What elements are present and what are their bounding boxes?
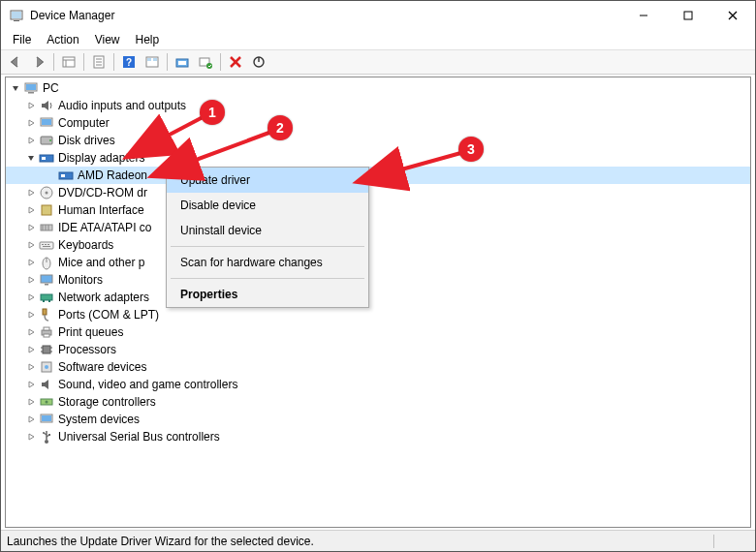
chevron-right-icon[interactable] — [25, 204, 37, 216]
toolbar-sep — [220, 53, 221, 71]
svg-rect-36 — [61, 174, 65, 177]
context-menu-scan-changes[interactable]: Scan for hardware changes — [167, 250, 368, 275]
svg-rect-51 — [41, 275, 52, 283]
tree-node[interactable]: Mice and other p — [6, 254, 750, 271]
tree-node[interactable]: Universal Serial Bus controllers — [6, 428, 750, 445]
tree-node[interactable]: Storage controllers — [6, 393, 750, 411]
tree-node[interactable]: Audio inputs and outputs — [6, 97, 750, 114]
chevron-down-icon[interactable] — [25, 152, 37, 164]
tree-node[interactable]: Monitors — [6, 271, 750, 289]
svg-rect-52 — [45, 284, 48, 286]
svg-rect-46 — [45, 244, 47, 245]
menu-file[interactable]: File — [5, 31, 39, 48]
forward-button[interactable] — [28, 51, 49, 73]
tree-root[interactable]: PC — [6, 79, 750, 97]
tree-node[interactable]: System devices — [6, 411, 750, 428]
statusbar-sep — [713, 535, 714, 548]
computer-icon — [39, 115, 54, 131]
context-menu-uninstall-device[interactable]: Uninstall device — [167, 218, 368, 243]
tree-node[interactable]: Disk drives — [6, 132, 750, 149]
svg-rect-47 — [47, 244, 49, 245]
view-mode-button[interactable] — [142, 51, 163, 73]
svg-rect-17 — [147, 58, 151, 61]
disk-icon — [39, 133, 54, 148]
computer-icon — [23, 80, 39, 96]
tree-node[interactable]: Sound, video and game controllers — [6, 376, 750, 393]
svg-rect-1 — [14, 20, 19, 21]
chevron-right-icon[interactable] — [25, 361, 37, 373]
chevron-right-icon[interactable] — [25, 291, 37, 303]
chevron-right-icon[interactable] — [25, 117, 37, 129]
menu-help[interactable]: Help — [128, 31, 168, 48]
svg-rect-58 — [44, 327, 49, 330]
back-button[interactable] — [5, 51, 26, 73]
dvd-icon — [39, 185, 54, 200]
uninstall-button[interactable] — [225, 51, 246, 73]
svg-rect-48 — [43, 246, 50, 247]
keyboard-icon — [39, 237, 54, 253]
context-menu-update-driver[interactable]: Update driver — [167, 168, 368, 193]
svg-point-73 — [43, 432, 45, 434]
chevron-right-icon[interactable] — [25, 379, 37, 390]
svg-rect-18 — [153, 58, 157, 61]
maximize-button[interactable] — [666, 1, 710, 30]
chevron-right-icon[interactable] — [25, 396, 37, 408]
tree-node-label: Storage controllers — [58, 393, 156, 411]
chevron-right-icon[interactable] — [25, 309, 37, 321]
svg-rect-27 — [26, 84, 36, 90]
svg-rect-59 — [44, 334, 49, 337]
svg-rect-54 — [43, 300, 45, 302]
show-hidden-button[interactable] — [58, 51, 79, 73]
display-adapter-icon — [39, 150, 54, 166]
tree-node[interactable]: Processors — [6, 341, 750, 358]
context-menu: Update driver Disable device Uninstall d… — [166, 167, 369, 308]
tree-node[interactable]: Network adapters — [6, 289, 750, 306]
storage-icon — [39, 394, 54, 410]
menu-view[interactable]: View — [87, 31, 128, 48]
svg-rect-60 — [43, 346, 50, 353]
tree-node[interactable]: Computer — [6, 114, 750, 132]
svg-rect-2 — [12, 12, 21, 18]
chevron-right-icon[interactable] — [25, 344, 37, 355]
tree-node-amd-radeon[interactable]: AMD Radeon — [6, 167, 750, 184]
chevron-right-icon[interactable] — [25, 326, 37, 338]
context-menu-disable-device[interactable]: Disable device — [167, 193, 368, 218]
tree-node-label: Sound, video and game controllers — [58, 376, 237, 393]
svg-point-32 — [49, 139, 51, 141]
disable-button[interactable] — [248, 51, 269, 73]
minimize-button[interactable] — [621, 1, 666, 30]
tree-node[interactable]: Print queues — [6, 323, 750, 341]
monitor-icon — [39, 272, 54, 288]
tree-node[interactable]: Ports (COM & LPT) — [6, 306, 750, 323]
chevron-right-icon[interactable] — [25, 222, 37, 233]
menu-action[interactable]: Action — [39, 31, 86, 48]
tree-node[interactable]: Human Interface — [6, 201, 750, 219]
tree-node[interactable]: DVD/CD-ROM dr — [6, 184, 750, 201]
chevron-right-icon[interactable] — [25, 257, 37, 268]
chevron-right-icon[interactable] — [25, 274, 37, 286]
toolbar: ? — [1, 49, 755, 75]
context-menu-sep — [171, 278, 364, 279]
help-button[interactable]: ? — [118, 51, 140, 73]
chevron-right-icon[interactable] — [25, 414, 37, 425]
svg-rect-45 — [42, 244, 44, 245]
context-menu-properties[interactable]: Properties — [167, 282, 368, 307]
scan-hardware-button[interactable] — [195, 51, 216, 73]
chevron-right-icon[interactable] — [25, 135, 37, 146]
tree-node[interactable]: IDE ATA/ATAPI co — [6, 219, 750, 236]
chevron-right-icon[interactable] — [25, 100, 37, 111]
close-button[interactable] — [710, 1, 755, 30]
chevron-right-icon[interactable] — [25, 431, 37, 443]
tree-node-display-adapters[interactable]: Display adapters — [6, 149, 750, 167]
device-tree[interactable]: PC Audio inputs and outputs Computer Dis… — [6, 79, 750, 445]
tree-node-label: Network adapters — [58, 289, 149, 306]
sound-icon — [39, 377, 54, 392]
tree-node[interactable]: Keyboards — [6, 236, 750, 254]
chevron-right-icon[interactable] — [25, 239, 37, 251]
update-driver-button[interactable] — [172, 51, 193, 73]
chevron-down-icon[interactable] — [10, 82, 21, 94]
tree-root-label: PC — [43, 79, 59, 97]
properties-button[interactable] — [88, 51, 110, 73]
chevron-right-icon[interactable] — [25, 187, 37, 199]
tree-node[interactable]: Software devices — [6, 358, 750, 376]
